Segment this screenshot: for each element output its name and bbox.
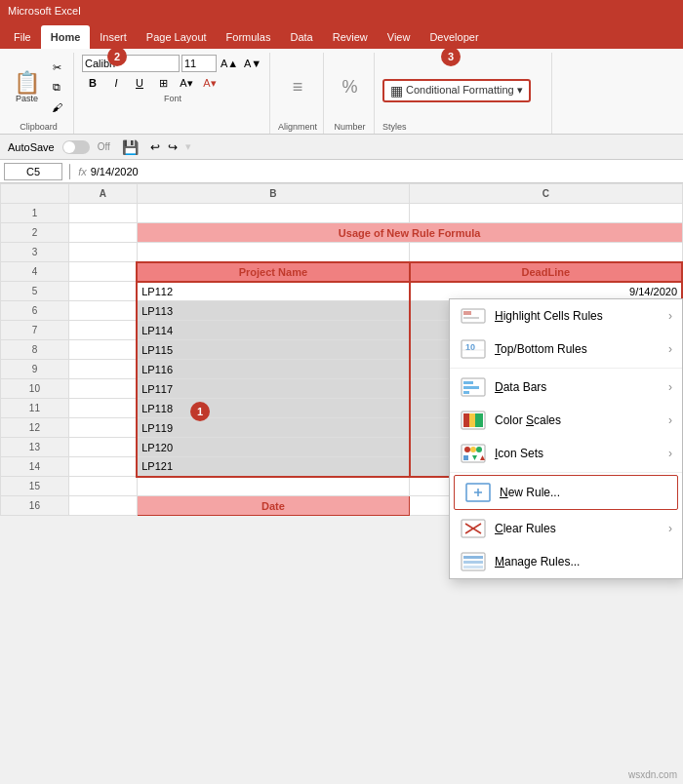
newrule-label: New Rule...: [500, 486, 667, 499]
cell-c1[interactable]: [410, 204, 682, 223]
row-header: 10: [1, 379, 69, 399]
cell-b8[interactable]: LP115: [137, 340, 409, 360]
cell-a8[interactable]: [68, 340, 137, 360]
save-icon[interactable]: 💾: [122, 139, 139, 155]
tab-file[interactable]: File: [4, 25, 41, 49]
cell-b14[interactable]: LP121: [137, 457, 409, 477]
row-header: 16: [1, 496, 69, 516]
cell-b13[interactable]: LP120: [137, 438, 409, 457]
cell-b15[interactable]: [137, 477, 409, 496]
autosave-bar: AutoSave Off 💾 ↩ ↪ ▾: [0, 135, 683, 160]
menu-item-highlight[interactable]: Highlight Cells Rules ›: [450, 299, 682, 333]
svg-text:10: 10: [465, 342, 475, 352]
border-button[interactable]: ⊞: [152, 74, 174, 92]
menu-item-iconsets[interactable]: Icon Sets ›: [450, 437, 682, 470]
cell-b10[interactable]: LP117: [137, 379, 409, 399]
cell-a3[interactable]: [68, 243, 137, 262]
redo-icon[interactable]: ↪: [168, 140, 178, 154]
menu-item-topbottom[interactable]: 10 Top/Bottom Rules ›: [450, 333, 682, 366]
number-icon: %: [342, 77, 358, 98]
cut-button[interactable]: ✂: [46, 59, 67, 77]
cell-b5[interactable]: LP112: [137, 282, 409, 301]
autosave-toggle[interactable]: [62, 140, 90, 154]
tab-home[interactable]: Home: [41, 25, 91, 49]
iconsets-label: Icon Sets: [495, 447, 661, 460]
number-label: Number: [335, 122, 366, 132]
svg-rect-18: [463, 455, 468, 460]
cell-a7[interactable]: [68, 321, 137, 340]
cell-a4[interactable]: [68, 262, 137, 282]
cell-a6[interactable]: [68, 301, 137, 321]
cell-a5[interactable]: [68, 282, 137, 301]
cell-deadline-header[interactable]: DeadLine: [410, 262, 682, 282]
fill-color-button[interactable]: A▾: [176, 74, 197, 92]
cell-b9[interactable]: LP116: [137, 360, 409, 379]
menu-item-databars[interactable]: Data Bars ›: [450, 371, 682, 404]
cell-a14[interactable]: [68, 457, 137, 477]
col-header-c[interactable]: C: [410, 184, 682, 204]
menu-item-clearrules[interactable]: Clear Rules ›: [450, 512, 682, 545]
row-header: 5: [1, 282, 69, 301]
iconsets-icon: [460, 443, 487, 464]
cell-b16[interactable]: Date: [137, 496, 409, 516]
formula-separator: │: [66, 164, 74, 178]
number-group: % Number: [326, 53, 375, 134]
bold-button[interactable]: B: [82, 74, 103, 92]
cell-b3[interactable]: [137, 243, 409, 262]
cell-a1[interactable]: [68, 204, 137, 223]
decrease-font-button[interactable]: A▼: [242, 55, 263, 72]
italic-button[interactable]: I: [105, 74, 127, 92]
tab-insert[interactable]: Insert: [90, 25, 137, 49]
paste-button[interactable]: 📋 Paste: [10, 61, 44, 114]
tab-review[interactable]: Review: [323, 25, 378, 49]
font-name-input[interactable]: [82, 55, 180, 72]
cell-a2[interactable]: [68, 223, 137, 243]
cell-a12[interactable]: [68, 418, 137, 438]
col-header-a[interactable]: A: [68, 184, 137, 204]
menu-item-colorscales[interactable]: Color Scales ›: [450, 404, 682, 437]
cell-a11[interactable]: [68, 399, 137, 418]
tab-view[interactable]: View: [378, 25, 421, 49]
cell-a9[interactable]: [68, 360, 137, 379]
databars-arrow: ›: [668, 380, 672, 394]
cell-a15[interactable]: [68, 477, 137, 496]
app-title: Microsoft Excel: [8, 5, 81, 17]
colorscales-icon: [460, 410, 487, 431]
undo-icon[interactable]: ↩: [150, 140, 160, 154]
tab-formulas[interactable]: Formulas: [217, 25, 281, 49]
tab-page-layout[interactable]: Page Layout: [137, 25, 217, 49]
copy-button[interactable]: ⧉: [46, 79, 67, 97]
font-size-input[interactable]: [181, 55, 217, 72]
cell-title[interactable]: Usage of New Rule Formula: [137, 223, 682, 243]
cell-a10[interactable]: [68, 379, 137, 399]
underline-button[interactable]: U: [129, 74, 150, 92]
cell-b12[interactable]: LP119: [137, 418, 409, 438]
cell-b1[interactable]: [137, 204, 409, 223]
cell-a13[interactable]: [68, 438, 137, 457]
formula-bar: │ fx: [0, 160, 683, 183]
cell-c3[interactable]: [410, 243, 682, 262]
cell-a16[interactable]: [68, 496, 137, 516]
tab-developer[interactable]: Developer: [420, 25, 488, 49]
menu-item-managerules[interactable]: Manage Rules...: [450, 545, 682, 578]
tab-data[interactable]: Data: [280, 25, 322, 49]
alignment-label: Alignment: [278, 122, 317, 132]
col-header-b[interactable]: B: [137, 184, 409, 204]
menu-item-newrule[interactable]: New Rule...: [454, 475, 678, 510]
format-painter-button[interactable]: 🖌: [46, 98, 67, 116]
conditional-formatting-button[interactable]: ▦ Conditional Formatting ▾: [382, 79, 531, 102]
row-header: 14: [1, 457, 69, 477]
row-header: 7: [1, 321, 69, 340]
formula-input[interactable]: [91, 163, 679, 180]
cell-reference-input[interactable]: [4, 163, 62, 180]
topbottom-arrow: ›: [668, 342, 672, 356]
cell-b7[interactable]: LP114: [137, 321, 409, 340]
clipboard-label: Clipboard: [20, 122, 58, 132]
font-color-button[interactable]: A▾: [199, 74, 221, 92]
svg-rect-9: [463, 391, 469, 394]
cell-b6[interactable]: LP113: [137, 301, 409, 321]
iconsets-arrow: ›: [668, 447, 672, 460]
cell-b11[interactable]: LP118: [137, 399, 409, 418]
cell-project-name-header[interactable]: Project Name: [137, 262, 409, 282]
increase-font-button[interactable]: A▲: [219, 55, 240, 72]
